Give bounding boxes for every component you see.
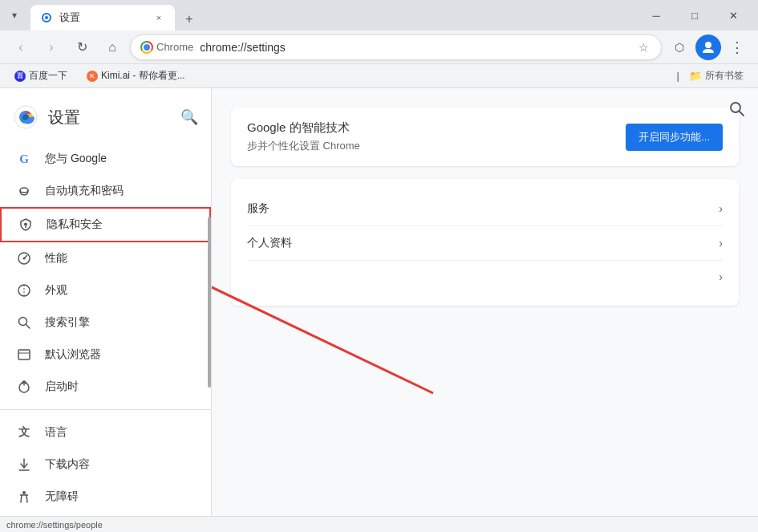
address-url: chrome://settings	[200, 41, 629, 54]
sidebar-label-default-browser: 默认浏览器	[45, 347, 101, 362]
baidu-favicon-icon: 百	[14, 71, 26, 82]
appearance-icon	[16, 282, 32, 298]
sidebar-divider	[0, 409, 211, 410]
main-search-icon[interactable]	[729, 101, 745, 120]
section-row-profile[interactable]: 个人资料 ›	[247, 226, 723, 261]
settings-main: Google 的智能技术 步并个性化设置 Chrome 开启同步功能... 服务…	[212, 88, 758, 516]
downloads-icon	[16, 457, 32, 473]
sidebar-label-appearance: 外观	[45, 283, 67, 298]
sidebar-item-google[interactable]: G 您与 Google	[0, 143, 211, 175]
section-label-profile: 个人资料	[247, 236, 292, 250]
sync-btn[interactable]: 开启同步功能...	[626, 124, 723, 151]
nav-bar: ‹ › ↻ ⌂ Chrome chrome://settings ☆ ⬡ ⋮	[0, 30, 758, 64]
sidebar-label-downloads: 下载内容	[45, 457, 90, 472]
svg-line-13	[26, 325, 30, 329]
minimize-btn[interactable]: ─	[638, 2, 675, 28]
sidebar-item-privacy[interactable]: 隐私和安全	[0, 207, 211, 242]
sidebar-item-language[interactable]: 文 语言	[0, 416, 211, 449]
svg-point-1	[45, 16, 48, 19]
sync-desc: 步并个性化设置 Chrome	[247, 139, 360, 153]
sidebar-item-autofill[interactable]: 自动填充和密码	[0, 175, 211, 207]
bookmarks-bar: 百 百度一下 K Kimi.ai - 帮你看更... | 📁 所有书签	[0, 64, 758, 88]
all-bookmarks-btn[interactable]: 📁 所有书签	[683, 67, 750, 84]
back-btn[interactable]: ‹	[8, 35, 34, 60]
tab-list-btn[interactable]: ▾	[6, 7, 22, 23]
bookmarks-folder-icon: 📁	[689, 70, 702, 82]
search-icon	[16, 315, 32, 331]
title-bar: ▾ 设置 × + ─ □ ✕	[0, 0, 758, 30]
sidebar-label-performance: 性能	[45, 251, 67, 266]
startup-icon	[16, 379, 32, 395]
sidebar-item-search[interactable]: 搜索引擎	[0, 307, 211, 339]
sidebar-item-startup[interactable]: 启动时	[0, 371, 211, 403]
close-btn[interactable]: ✕	[715, 2, 752, 28]
active-tab[interactable]: 设置 ×	[30, 5, 175, 30]
profile-btn[interactable]	[695, 35, 721, 60]
tab-close-btn[interactable]: ×	[152, 11, 165, 24]
svg-point-2	[705, 42, 711, 48]
chrome-logo: Chrome	[140, 41, 193, 54]
new-tab-btn[interactable]: +	[178, 8, 201, 30]
chrome-label: Chrome	[156, 41, 193, 53]
chrome-favicon-icon	[140, 41, 153, 54]
all-bookmarks-label: 所有书签	[705, 69, 744, 83]
extensions-btn[interactable]: ⬡	[667, 35, 692, 60]
sidebar-label-language: 语言	[45, 425, 67, 440]
settings-header: 设置 🔍	[0, 88, 211, 143]
bookmark-baidu-label: 百度一下	[29, 69, 67, 83]
bookmark-baidu[interactable]: 百 百度一下	[8, 67, 74, 84]
svg-line-23	[740, 112, 744, 116]
menu-btn[interactable]: ⋮	[724, 35, 750, 60]
bookmark-icon[interactable]: ☆	[635, 39, 651, 55]
settings-chrome-logo	[13, 104, 39, 130]
section-arrow-profile: ›	[719, 237, 723, 250]
browser-content: 设置 🔍 G 您与 Google 自动填充和密码	[0, 88, 758, 516]
home-btn[interactable]: ⌂	[99, 35, 125, 60]
settings-sidebar: 设置 🔍 G 您与 Google 自动填充和密码	[0, 88, 212, 516]
autofill-icon	[16, 183, 32, 199]
status-url: chrome://settings/people	[6, 520, 103, 530]
tab-title: 设置	[59, 10, 146, 25]
window-controls-right: ─ □ ✕	[638, 2, 752, 28]
tab-bar: 设置 × +	[30, 0, 634, 30]
sidebar-label-google: 您与 Google	[45, 152, 107, 166]
address-bar[interactable]: Chrome chrome://settings ☆	[130, 35, 662, 60]
settings-search-icon[interactable]: 🔍	[180, 108, 198, 126]
sidebar-item-appearance[interactable]: 外观	[0, 274, 211, 307]
settings-favicon-icon	[40, 11, 53, 24]
performance-icon	[16, 250, 32, 266]
sync-info: Google 的智能技术 步并个性化设置 Chrome	[247, 120, 360, 153]
google-icon: G	[16, 151, 32, 167]
sidebar-scrollbar[interactable]	[206, 88, 211, 516]
svg-point-9	[23, 258, 26, 260]
section-row-extra[interactable]: ›	[247, 261, 723, 293]
sidebar-item-default-browser[interactable]: 默认浏览器	[0, 339, 211, 371]
svg-point-6	[24, 223, 27, 226]
sections-card: 服务 › 个人资料 › ›	[231, 179, 739, 306]
profile-icon	[701, 40, 715, 55]
svg-point-5	[20, 188, 28, 193]
window-controls-left: ▾	[6, 7, 22, 23]
svg-point-22	[731, 103, 740, 112]
svg-point-10	[18, 285, 30, 296]
sidebar-item-performance[interactable]: 性能	[0, 242, 211, 274]
sync-card: Google 的智能技术 步并个性化设置 Chrome 开启同步功能...	[231, 108, 739, 166]
sync-title: Google 的智能技术	[247, 120, 360, 136]
sidebar-label-privacy: 隐私和安全	[47, 217, 103, 232]
reload-btn[interactable]: ↻	[69, 35, 95, 60]
maximize-btn[interactable]: □	[676, 2, 713, 28]
forward-btn[interactable]: ›	[39, 35, 64, 60]
sidebar-label-autofill: 自动填充和密码	[45, 184, 124, 198]
bookmark-kimi[interactable]: K Kimi.ai - 帮你看更...	[80, 67, 192, 84]
accessibility-icon	[16, 489, 32, 505]
privacy-icon	[18, 217, 34, 233]
sidebar-item-downloads[interactable]: 下载内容	[0, 449, 211, 481]
language-icon: 文	[16, 424, 32, 441]
status-bar: chrome://settings/people	[0, 516, 758, 532]
kimi-favicon-icon: K	[87, 71, 98, 82]
sidebar-item-accessibility[interactable]: 无障碍	[0, 481, 211, 513]
settings-page-title: 设置	[48, 107, 80, 128]
section-row-services[interactable]: 服务 ›	[247, 192, 723, 226]
nav-right: ⬡ ⋮	[667, 35, 750, 60]
section-arrow-extra: ›	[719, 270, 723, 283]
